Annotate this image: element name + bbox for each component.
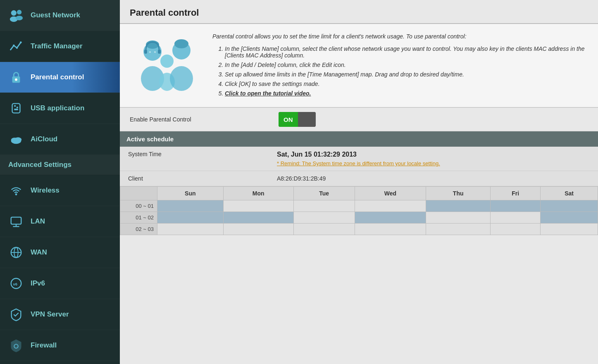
schedule-cell-0-2[interactable] xyxy=(293,200,355,212)
sidebar-item-parental-control[interactable]: Parental control xyxy=(0,62,120,93)
schedule-row: 02 ~ 03 xyxy=(120,224,598,235)
sidebar-item-label-parental-control: Parental control xyxy=(31,73,84,81)
schedule-cell-2-4[interactable] xyxy=(426,224,491,235)
enable-toggle[interactable]: ON xyxy=(279,112,316,127)
schedule-col-Fri: Fri xyxy=(491,187,541,200)
time-warning[interactable]: * Remind: The System time zone is differ… xyxy=(277,160,440,167)
schedule-cell-2-0[interactable] xyxy=(157,224,224,235)
advanced-settings-header: Advanced Settings xyxy=(0,155,120,175)
vpn-icon xyxy=(8,307,24,322)
schedule-cell-0-4[interactable] xyxy=(426,200,491,212)
cloud-icon xyxy=(8,131,24,147)
wifi-icon xyxy=(8,183,24,198)
svg-point-8 xyxy=(15,79,17,81)
schedule-cell-0-0[interactable] xyxy=(157,200,224,212)
schedule-cell-2-5[interactable] xyxy=(491,224,541,235)
client-mac: A8:26:D9:31:2B:49 xyxy=(269,171,598,186)
time-label-0: 00 ~ 01 xyxy=(120,200,157,212)
schedule-cell-0-3[interactable] xyxy=(355,200,426,212)
sidebar-item-label-guest-network: Guest Network xyxy=(31,11,80,19)
puzzle-icon xyxy=(8,100,24,116)
schedule-cell-2-6[interactable] xyxy=(541,224,598,235)
info-table: System Time Sat, Jun 15 01:32:29 2013 * … xyxy=(120,147,598,186)
page-title: Parental control xyxy=(120,0,598,24)
sidebar-item-wireless[interactable]: Wireless xyxy=(0,175,120,206)
schedule-col-time xyxy=(120,187,157,200)
lock-icon xyxy=(8,69,24,85)
family-icon-area xyxy=(130,33,200,91)
schedule-section: Active schedule System Time Sat, Jun 15 … xyxy=(120,131,598,235)
schedule-cell-0-5[interactable] xyxy=(491,200,541,212)
schedule-col-Sun: Sun xyxy=(157,187,224,200)
sidebar-item-wan[interactable]: WAN xyxy=(0,237,120,268)
svg-point-2 xyxy=(17,10,21,14)
schedule-cell-1-0[interactable] xyxy=(157,212,224,224)
system-time-value-cell: Sat, Jun 15 01:32:29 2013 * Remind: The … xyxy=(269,147,598,171)
client-label: Client xyxy=(120,171,269,186)
svg-point-6 xyxy=(20,41,22,43)
svg-point-5 xyxy=(16,47,18,49)
svg-rect-11 xyxy=(17,107,18,108)
svg-rect-10 xyxy=(14,105,16,107)
people-icon xyxy=(8,7,24,23)
schedule-cell-1-5[interactable] xyxy=(491,212,541,224)
schedule-col-Wed: Wed xyxy=(355,187,426,200)
schedule-cell-1-4[interactable] xyxy=(426,212,491,224)
svg-point-0 xyxy=(11,10,17,16)
time-label-2: 02 ~ 03 xyxy=(120,224,157,235)
schedule-cell-0-6[interactable] xyxy=(541,200,598,212)
schedule-cell-1-2[interactable] xyxy=(293,212,355,224)
schedule-col-Tue: Tue xyxy=(293,187,355,200)
sidebar-item-label-ipv6: IPv6 xyxy=(31,279,45,288)
sidebar-item-usb-application[interactable]: USB application xyxy=(0,93,120,124)
globe-icon xyxy=(8,245,24,260)
schedule-header: Active schedule xyxy=(120,131,598,147)
steps-list: In the [Clients Name] column, select the… xyxy=(225,45,588,97)
svg-point-16 xyxy=(15,193,17,195)
svg-point-4 xyxy=(13,45,15,47)
sidebar-item-label-vpn-server: VPN Server xyxy=(31,310,69,319)
sidebar-item-ipv6[interactable]: v6 IPv6 xyxy=(0,268,120,299)
toggle-off-part xyxy=(298,112,316,127)
system-time-label: System Time xyxy=(120,147,269,171)
schedule-header-row: SunMonTueWedThuFriSat xyxy=(120,187,598,200)
svg-point-15 xyxy=(14,137,21,142)
svg-point-33 xyxy=(174,39,188,48)
chart-icon xyxy=(8,38,24,54)
schedule-cell-1-1[interactable] xyxy=(223,212,293,224)
sidebar-item-label-aicloud: AiCloud xyxy=(31,135,57,143)
sidebar-item-lan[interactable]: LAN xyxy=(0,206,120,237)
sidebar-item-traffic-manager[interactable]: Traffic Manager xyxy=(0,31,120,62)
sidebar-item-label-lan: LAN xyxy=(31,217,45,226)
svg-point-37 xyxy=(154,51,156,53)
schedule-cell-0-1[interactable] xyxy=(223,200,293,212)
schedule-cell-2-1[interactable] xyxy=(223,224,293,235)
schedule-col-Mon: Mon xyxy=(223,187,293,200)
home-icon xyxy=(8,214,24,229)
svg-rect-34 xyxy=(144,50,147,54)
enable-label: Enable Parental Control xyxy=(130,116,279,123)
description-box: Parental control allows you to set the t… xyxy=(120,24,598,108)
schedule-cell-2-2[interactable] xyxy=(293,224,355,235)
family-illustration-icon xyxy=(132,33,198,91)
sidebar-item-aicloud[interactable]: AiCloud xyxy=(0,124,120,155)
svg-rect-9 xyxy=(12,104,20,113)
step-1: In the [Clients Name] column, select the… xyxy=(225,45,588,59)
schedule-cell-1-3[interactable] xyxy=(355,212,426,224)
step-4: Click [OK] to save the settings made. xyxy=(225,81,588,87)
svg-rect-12 xyxy=(14,109,18,110)
schedule-cell-2-3[interactable] xyxy=(355,224,426,235)
shield-icon xyxy=(8,338,24,353)
svg-point-28 xyxy=(160,55,174,68)
svg-rect-35 xyxy=(158,50,161,54)
sidebar-item-vpn-server[interactable]: VPN Server xyxy=(0,299,120,330)
sidebar-item-guest-network[interactable]: Guest Network xyxy=(0,0,120,31)
schedule-cell-1-6[interactable] xyxy=(541,212,598,224)
sidebar-item-firewall[interactable]: Firewall xyxy=(0,330,120,361)
schedule-col-Sat: Sat xyxy=(541,187,598,200)
toggle-on-label: ON xyxy=(279,112,298,127)
tutorial-link[interactable]: Click to open the tutorial video. xyxy=(225,90,311,97)
schedule-col-Thu: Thu xyxy=(426,187,491,200)
sidebar: Guest Network Traffic Manager Parental c… xyxy=(0,0,120,364)
step-5[interactable]: Click to open the tutorial video. xyxy=(225,90,588,97)
